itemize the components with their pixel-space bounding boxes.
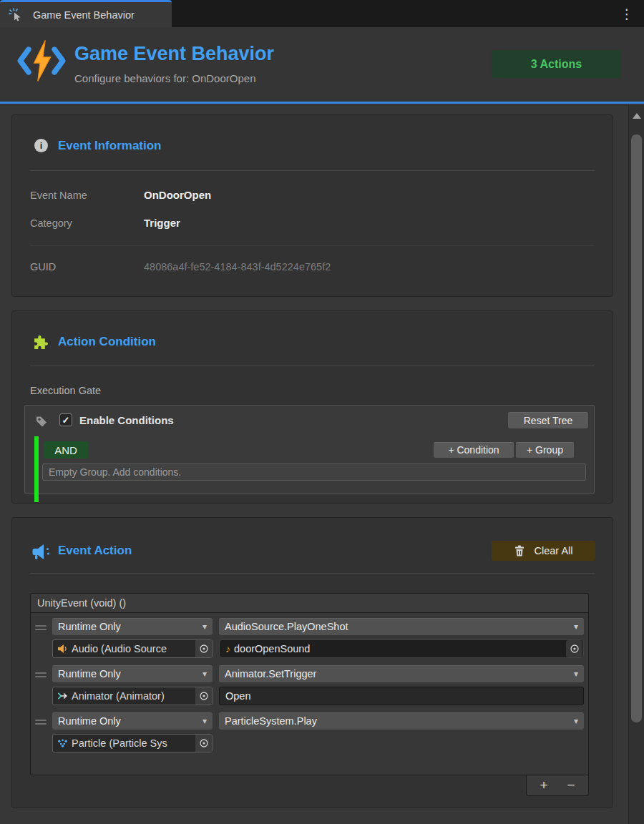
event-information-section: i Event Information Event Name OnDoorOpe… xyxy=(11,114,613,297)
clear-all-label: Clear All xyxy=(535,545,573,556)
target-object-field[interactable]: Animator (Animator) xyxy=(52,687,213,705)
particle-system-icon xyxy=(57,738,68,748)
target-object-field[interactable]: Particle (Particle Sys xyxy=(52,734,213,752)
guid-label: GUID xyxy=(30,261,56,273)
target-object-label: Animator (Animator) xyxy=(72,690,195,702)
event-pointer-icon xyxy=(9,8,23,22)
scroll-up-arrow-icon[interactable] xyxy=(633,113,641,119)
remove-listener-button[interactable]: − xyxy=(560,778,582,793)
page-title: Game Event Behavior xyxy=(74,43,274,65)
object-picker-button[interactable] xyxy=(195,640,212,657)
category-label: Category xyxy=(30,217,72,229)
event-mode-dropdown[interactable]: Runtime Only ▾ xyxy=(52,665,213,682)
unity-event-list: UnityEvent (void) () Runtime Only ▾ Audi… xyxy=(30,593,589,775)
window-menu-button[interactable]: ⋮ xyxy=(618,4,635,23)
tab-game-event-behavior[interactable]: Game Event Behavior xyxy=(0,0,172,27)
target-object-label: Particle (Particle Sys xyxy=(72,737,195,749)
event-name-label: Event Name xyxy=(30,190,87,201)
condition-tree-box: ✓ Enable Conditions Reset Tree AND + Con… xyxy=(24,405,595,494)
add-listener-button[interactable]: + xyxy=(533,778,555,793)
event-method-value: AudioSource.PlayOneShot xyxy=(225,621,348,632)
divider xyxy=(30,366,595,366)
list-footer: + − xyxy=(526,775,589,796)
enable-conditions-checkbox[interactable]: ✓ xyxy=(59,413,72,426)
tab-title: Game Event Behavior xyxy=(33,9,135,21)
event-method-dropdown[interactable]: Animator.SetTrigger ▾ xyxy=(219,665,584,682)
target-object-field[interactable]: Audio (Audio Source xyxy=(52,639,213,658)
tag-icon xyxy=(35,414,48,430)
and-operator-button[interactable]: AND xyxy=(44,441,88,458)
object-picker-button[interactable] xyxy=(195,735,212,752)
category-value: Trigger xyxy=(144,217,180,229)
chevron-down-icon: ▾ xyxy=(574,716,578,726)
event-listener-row: Runtime Only ▾ AudioSource.PlayOneShot ▾… xyxy=(52,618,584,658)
megaphone-icon xyxy=(31,543,52,564)
event-mode-value: Runtime Only xyxy=(58,621,121,632)
game-event-behavior-window: Game Event Behavior ⋮ Game Event Behavio… xyxy=(0,0,644,824)
audio-source-icon xyxy=(57,644,68,654)
inspector-header: Game Event Behavior Configure behaviors … xyxy=(0,27,644,102)
code-lightning-icon xyxy=(17,39,66,86)
audio-clip-field[interactable]: ♪ doorOpenSound xyxy=(219,639,584,658)
info-icon: i xyxy=(34,139,48,152)
group-indicator-bar xyxy=(34,436,39,502)
event-mode-value: Runtime Only xyxy=(58,668,121,680)
section-title-action-condition: Action Condition xyxy=(58,335,156,349)
clear-all-button[interactable]: Clear All xyxy=(492,541,595,561)
trigger-name-input[interactable]: Open xyxy=(219,687,584,705)
guid-value: 48086a4f-fe52-4184-843f-4d5224e765f2 xyxy=(144,261,331,273)
event-method-dropdown[interactable]: ParticleSystem.Play ▾ xyxy=(219,712,584,730)
event-name-value: OnDoorOpen xyxy=(144,189,211,201)
add-group-button[interactable]: + Group xyxy=(516,442,574,458)
event-method-dropdown[interactable]: AudioSource.PlayOneShot ▾ xyxy=(219,618,584,635)
audio-clip-label: doorOpenSound xyxy=(234,643,310,654)
trigger-name-value: Open xyxy=(225,690,250,702)
trash-icon xyxy=(514,545,525,556)
event-method-value: Animator.SetTrigger xyxy=(225,668,316,680)
divider xyxy=(30,573,595,574)
event-mode-dropdown[interactable]: Runtime Only ▾ xyxy=(52,712,213,730)
chevron-down-icon: ▾ xyxy=(574,622,578,632)
animator-icon xyxy=(57,691,68,701)
reset-tree-button[interactable]: Reset Tree xyxy=(508,412,588,428)
page-subtitle: Configure behaviors for: OnDoorOpen xyxy=(74,72,255,84)
scrollbar[interactable] xyxy=(628,106,644,824)
event-action-section: Event Action Clear All UnityEvent (void)… xyxy=(11,517,613,808)
drag-handle[interactable] xyxy=(35,672,47,680)
object-picker-button[interactable] xyxy=(566,640,582,657)
drag-handle[interactable] xyxy=(35,720,47,727)
event-mode-value: Runtime Only xyxy=(58,715,121,727)
section-title-event-action: Event Action xyxy=(58,544,132,558)
section-title-event-information: Event Information xyxy=(58,139,162,153)
unity-event-list-header: UnityEvent (void) () xyxy=(31,594,588,613)
event-listener-row: Runtime Only ▾ Animator.SetTrigger ▾ xyxy=(52,665,584,705)
chevron-down-icon: ▾ xyxy=(574,669,578,679)
chevron-down-icon: ▾ xyxy=(203,669,207,679)
event-listener-row: Runtime Only ▾ ParticleSystem.Play ▾ xyxy=(52,712,584,752)
object-picker-button[interactable] xyxy=(195,687,212,705)
enable-conditions-label: Enable Conditions xyxy=(79,414,174,426)
add-condition-button[interactable]: + Condition xyxy=(434,442,514,458)
puzzle-icon xyxy=(33,335,48,353)
divider xyxy=(30,170,595,171)
action-condition-section: Action Condition Execution Gate ✓ Enable… xyxy=(11,310,613,504)
divider xyxy=(30,245,595,246)
empty-group-message: Empty Group. Add conditions. xyxy=(42,464,586,481)
tab-bar: Game Event Behavior ⋮ xyxy=(0,0,644,27)
event-method-value: ParticleSystem.Play xyxy=(225,715,317,727)
target-object-label: Audio (Audio Source xyxy=(72,643,195,654)
chevron-down-icon: ▾ xyxy=(203,622,207,632)
execution-gate-label: Execution Gate xyxy=(30,385,101,396)
event-mode-dropdown[interactable]: Runtime Only ▾ xyxy=(52,618,213,635)
scrollbar-thumb[interactable] xyxy=(631,134,642,722)
drag-handle[interactable] xyxy=(35,625,47,632)
actions-count-badge: 3 Actions xyxy=(492,50,621,78)
chevron-down-icon: ▾ xyxy=(203,716,207,726)
music-note-icon: ♪ xyxy=(225,643,230,654)
header-divider xyxy=(0,102,644,104)
